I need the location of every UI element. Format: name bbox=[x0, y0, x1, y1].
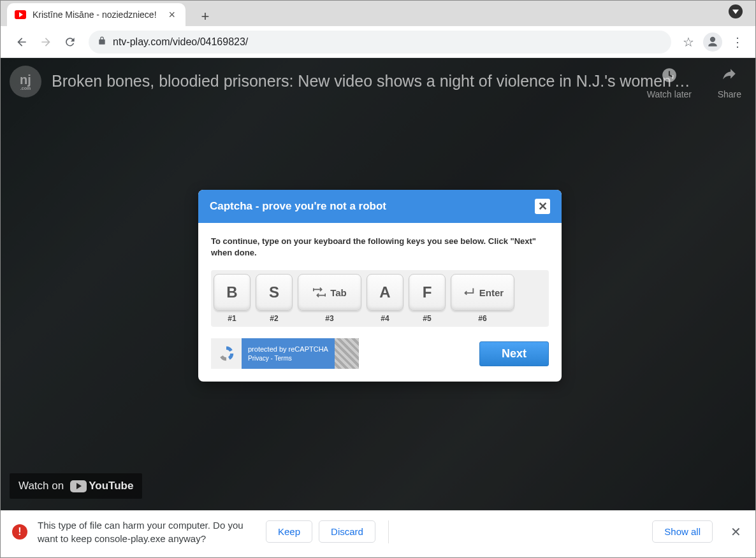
captcha-key-3: Tab #3 bbox=[298, 274, 361, 323]
watch-on-youtube-button[interactable]: Watch on YouTube bbox=[10, 473, 142, 499]
key-label: #3 bbox=[325, 314, 333, 323]
key-label: #5 bbox=[423, 314, 431, 323]
share-button[interactable]: Share bbox=[718, 67, 741, 99]
profile-button[interactable] bbox=[703, 32, 722, 52]
forward-button bbox=[36, 32, 55, 52]
key-label: #2 bbox=[270, 314, 278, 323]
download-bar-close-button[interactable]: ✕ bbox=[728, 522, 744, 542]
share-label: Share bbox=[718, 89, 741, 99]
key-s: S bbox=[256, 274, 293, 311]
download-bar: ! This type of file can harm your comput… bbox=[1, 510, 755, 552]
youtube-favicon bbox=[15, 10, 26, 19]
tab-search-button[interactable] bbox=[729, 4, 743, 18]
new-tab-button[interactable]: + bbox=[196, 7, 215, 26]
lock-icon bbox=[98, 36, 106, 47]
key-a: A bbox=[367, 274, 403, 311]
download-discard-button[interactable]: Discard bbox=[319, 520, 375, 543]
address-bar: ntv-play.com/video/04169823/ ☆ ⋮ bbox=[1, 26, 755, 58]
youtube-logo: YouTube bbox=[70, 480, 133, 492]
recaptcha-links[interactable]: Privacy - Terms bbox=[248, 355, 328, 362]
recaptcha-thumbs bbox=[335, 338, 359, 369]
channel-avatar[interactable]: nj .com bbox=[10, 66, 41, 97]
video-title[interactable]: Broken bones, bloodied prisoners: New vi… bbox=[52, 72, 690, 90]
tab-title: Kristīne Misāne - noziedzniece! bbox=[33, 10, 166, 20]
youtube-play-icon bbox=[70, 480, 87, 492]
download-keep-button[interactable]: Keep bbox=[266, 520, 312, 543]
key-label: #6 bbox=[478, 314, 486, 323]
chrome-menu-button[interactable]: ⋮ bbox=[729, 32, 746, 52]
url-text: ntv-play.com/video/04169823/ bbox=[113, 36, 248, 48]
captcha-keys-row: B #1 S #2 Tab #3 A #4 bbox=[211, 270, 549, 327]
watch-later-label: Watch later bbox=[647, 89, 692, 99]
youtube-text: YouTube bbox=[89, 480, 133, 492]
captcha-title: Captcha - prove you're not a robot bbox=[210, 200, 386, 213]
captcha-instructions: To continue, type on your keyboard the f… bbox=[211, 236, 549, 259]
back-button[interactable] bbox=[12, 32, 31, 52]
channel-logo-sub: .com bbox=[20, 86, 31, 90]
key-b: B bbox=[214, 274, 251, 311]
bookmark-button[interactable]: ☆ bbox=[683, 34, 694, 50]
warning-icon: ! bbox=[12, 524, 27, 540]
recaptcha-logo-icon bbox=[211, 338, 242, 369]
page-content: nj .com Broken bones, bloodied prisoners… bbox=[1, 58, 755, 510]
captcha-next-button[interactable]: Next bbox=[479, 341, 549, 366]
captcha-key-5: F #5 bbox=[409, 274, 446, 323]
key-tab: Tab bbox=[298, 274, 361, 311]
tab-strip: Kristīne Misāne - noziedzniece! × + bbox=[1, 1, 755, 26]
key-enter: Enter bbox=[451, 274, 514, 311]
omnibox[interactable]: ntv-play.com/video/04169823/ bbox=[89, 31, 671, 54]
watch-on-label: Watch on bbox=[18, 480, 64, 492]
clock-icon bbox=[661, 67, 678, 88]
captcha-close-button[interactable]: ✕ bbox=[535, 199, 550, 214]
separator bbox=[388, 520, 389, 543]
captcha-key-6: Enter #6 bbox=[451, 274, 514, 323]
key-f: F bbox=[409, 274, 446, 311]
download-warning-text: This type of file can harm your computer… bbox=[38, 519, 254, 545]
tab-arrows-icon bbox=[312, 287, 326, 298]
reload-button[interactable] bbox=[61, 32, 80, 52]
channel-logo-text: nj bbox=[20, 73, 31, 86]
watch-later-button[interactable]: Watch later bbox=[647, 67, 692, 99]
download-showall-button[interactable]: Show all bbox=[652, 520, 713, 543]
share-icon bbox=[721, 67, 738, 88]
recaptcha-text: protected by reCAPTCHA bbox=[248, 345, 328, 353]
captcha-key-2: S #2 bbox=[256, 274, 293, 323]
captcha-dialog: Captcha - prove you're not a robot ✕ To … bbox=[198, 190, 562, 382]
recaptcha-badge[interactable]: protected by reCAPTCHA Privacy - Terms bbox=[211, 338, 359, 369]
captcha-key-4: A #4 bbox=[367, 274, 403, 323]
key-label: #1 bbox=[228, 314, 236, 323]
tab-close-button[interactable]: × bbox=[166, 7, 178, 23]
captcha-header: Captcha - prove you're not a robot ✕ bbox=[198, 190, 562, 223]
key-label: #4 bbox=[381, 314, 389, 323]
browser-tab[interactable]: Kristīne Misāne - noziedzniece! × bbox=[7, 3, 185, 26]
enter-arrow-icon bbox=[462, 287, 476, 298]
captcha-key-1: B #1 bbox=[214, 274, 251, 323]
